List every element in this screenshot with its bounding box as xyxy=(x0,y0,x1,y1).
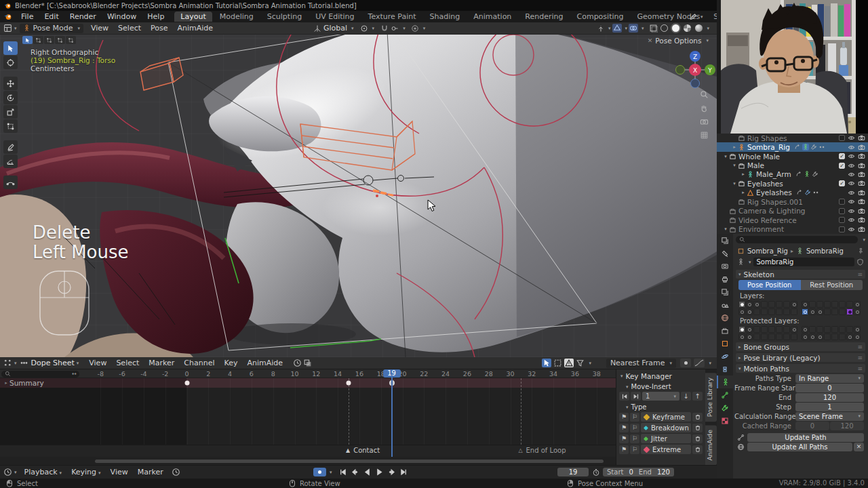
layer-cell[interactable] xyxy=(753,301,760,308)
pose-options-panel-tab[interactable]: ✕ Pose Options ▾ xyxy=(648,37,709,45)
jump-to-start-button[interactable] xyxy=(338,468,348,477)
panel-header-bone-groups[interactable]: ▸ Bone Groups ≡ xyxy=(736,342,865,351)
eye-icon[interactable] xyxy=(848,216,855,224)
layer-cell[interactable] xyxy=(783,326,790,333)
shading-solid-icon[interactable] xyxy=(672,24,679,32)
layer-cell[interactable] xyxy=(738,333,745,340)
type-header[interactable]: ▾ Type xyxy=(626,403,705,411)
outliner-row-video-reference-9[interactable]: Video Reference xyxy=(717,216,868,224)
layer-cell[interactable] xyxy=(854,326,861,333)
layer-cell[interactable] xyxy=(831,326,838,333)
annotate-tool[interactable] xyxy=(3,140,18,154)
layer-cell[interactable] xyxy=(791,333,797,340)
layer-cell[interactable] xyxy=(809,326,816,333)
snap-magnet-icon[interactable] xyxy=(380,24,389,33)
lasso-select-mode[interactable] xyxy=(55,36,65,44)
eye-icon[interactable] xyxy=(848,134,855,142)
viewport-menu-pose[interactable]: Pose xyxy=(146,24,172,33)
tweak-mode[interactable] xyxy=(22,36,33,44)
layer-cell[interactable] xyxy=(746,333,753,340)
expand-icon[interactable]: ▸ xyxy=(740,190,747,195)
chevron-down-icon[interactable]: ▾ xyxy=(351,26,354,31)
clear-paths-button[interactable]: ✕ xyxy=(854,443,864,451)
layer-cell[interactable] xyxy=(816,333,823,340)
layer-cell[interactable] xyxy=(761,308,768,315)
layer-cell[interactable] xyxy=(783,301,790,308)
move-insert-header[interactable]: ▾ Move-Insert xyxy=(626,383,705,390)
layer-cell[interactable] xyxy=(816,301,823,308)
properties-search-input[interactable] xyxy=(736,236,858,243)
chevron-down-icon[interactable]: ▾ xyxy=(372,26,375,31)
calculation-range-dropdown[interactable]: Scene Frame Range ▾ xyxy=(795,412,864,421)
rest-position-button[interactable]: Rest Position xyxy=(801,280,863,290)
expand-icon[interactable]: ▸ xyxy=(740,171,747,177)
viewport-menu-select[interactable]: Select xyxy=(113,24,146,33)
auto-keying-toggle[interactable] xyxy=(313,468,326,476)
layer-cell[interactable] xyxy=(761,333,768,340)
side-tab-pose-library[interactable]: Pose Library xyxy=(705,373,717,422)
dope-sheet-mode-label[interactable]: Dope Sheet xyxy=(31,359,75,367)
expand-icon[interactable]: ▸ xyxy=(731,144,738,150)
deselect-keys-flag-icon[interactable]: ⚐ xyxy=(630,424,639,432)
jump-to-end-button[interactable] xyxy=(399,468,409,477)
show-overlays-icon[interactable] xyxy=(612,24,622,33)
workspace-tab-layout[interactable]: Layout xyxy=(174,12,212,22)
panel-header-pose-library[interactable]: ▸ Pose Library (Legacy) ≡ xyxy=(736,353,865,362)
layer-cell[interactable] xyxy=(846,301,853,308)
orientation-icon[interactable] xyxy=(313,24,321,33)
channel-search-input[interactable]: ↔ xyxy=(1,371,79,378)
select-box-tool[interactable] xyxy=(3,41,18,55)
key-type-button[interactable]: Jitter xyxy=(641,434,691,443)
marker-contact[interactable]: ▲Contact xyxy=(346,447,380,454)
measure-tool[interactable] xyxy=(3,155,18,168)
chevron-down-icon[interactable]: ▾ xyxy=(701,14,703,20)
tab-object-data[interactable] xyxy=(717,375,733,388)
chevron-down-icon[interactable]: ▾ xyxy=(642,26,644,31)
properties-editor-icon[interactable] xyxy=(717,234,733,247)
playback-sync-icon[interactable] xyxy=(293,359,302,367)
outliner-row-rig-shapes-001-7[interactable]: Rig Shapes.001 xyxy=(717,197,868,206)
layer-cell[interactable] xyxy=(846,308,853,315)
chevron-down-icon[interactable]: ▾ xyxy=(608,26,611,31)
layer-cell[interactable] xyxy=(738,301,745,308)
sync-clock-icon[interactable] xyxy=(172,468,180,476)
eye-icon[interactable] xyxy=(848,207,855,215)
eye-icon[interactable] xyxy=(848,189,855,197)
chevron-down-icon[interactable]: ▾ xyxy=(14,26,17,31)
eye-icon[interactable] xyxy=(848,226,855,233)
layer-cell[interactable] xyxy=(854,308,861,315)
layer-cell[interactable] xyxy=(776,333,783,340)
annotate-pen-icon[interactable] xyxy=(689,13,697,21)
tab-bone-constraint[interactable] xyxy=(717,401,733,414)
shading-material-icon[interactable] xyxy=(684,24,691,32)
viewport-menu-view[interactable]: View xyxy=(86,24,113,33)
easing-curve-icon[interactable] xyxy=(694,359,705,367)
layer-cell[interactable] xyxy=(776,301,783,308)
keyframe-area[interactable]: ▸ Summary xyxy=(0,378,616,445)
tab-view-layer[interactable] xyxy=(717,285,733,298)
jump-first-button[interactable] xyxy=(619,392,629,401)
camera-visibility-icon[interactable] xyxy=(858,226,865,233)
workspace-tab-rendering[interactable]: Rendering xyxy=(519,12,569,22)
shading-rendered-icon[interactable] xyxy=(695,24,703,32)
end-frame-field[interactable]: 120 xyxy=(657,468,670,476)
xray-toggle-icon[interactable] xyxy=(629,24,638,33)
outliner-row-male-arm-4[interactable]: ▸Male_Arm xyxy=(717,170,868,179)
markers-region[interactable]: ▲Contact△End of Loop xyxy=(0,445,616,457)
eye-icon[interactable] xyxy=(848,171,855,178)
layer-cell[interactable] xyxy=(738,308,745,315)
layer-cell[interactable] xyxy=(831,301,838,308)
camera-visibility-icon[interactable] xyxy=(858,152,865,160)
trash-icon[interactable] xyxy=(692,434,703,443)
menu-render[interactable]: Render xyxy=(64,12,102,21)
menu-file[interactable]: File xyxy=(16,12,39,21)
menu-window[interactable]: Window xyxy=(102,12,142,21)
checkbox-empty[interactable] xyxy=(839,199,845,205)
breadcrumb-object[interactable]: Sombra_Rig xyxy=(747,247,788,255)
current-frame-field[interactable]: 19 xyxy=(557,468,589,476)
playback-menu-marker[interactable]: Marker xyxy=(133,468,168,476)
navigation-gizmo[interactable]: Z X Y xyxy=(673,49,717,90)
workspace-tab-sculpting[interactable]: Sculpting xyxy=(261,12,308,22)
checkbox-empty[interactable] xyxy=(839,135,845,141)
checkbox-checked[interactable]: ✓ xyxy=(839,163,845,169)
